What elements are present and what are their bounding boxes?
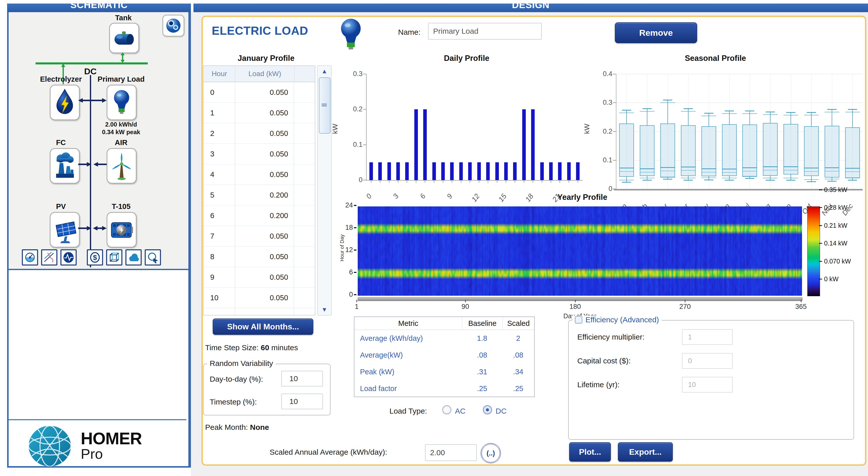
daily-bar [432,162,436,180]
air-component[interactable] [106,148,136,183]
timestep-input[interactable] [281,394,323,409]
load-cell[interactable]: 0.050 [235,144,294,164]
seasonal-cap-high [766,111,775,112]
toolbar-cloud-button[interactable] [125,249,142,266]
seasonal-box [804,126,819,176]
load-cell[interactable]: 0.050 [235,308,294,315]
seasonal-median [722,169,737,169]
peak-month: Peak Month: None [205,423,269,432]
scaled-average-ellipsis-button[interactable]: (..) [481,443,501,463]
efficiency-checkbox[interactable] [575,316,582,324]
pulse-icon [63,251,74,263]
electrolyzer-component[interactable] [50,85,80,120]
seasonal-mean-marker [845,171,860,172]
seasonal-y-tick: 0.4 [588,70,612,78]
capital-cost-input[interactable] [682,353,733,369]
daily-y-tick: 0.2 [339,105,363,113]
daily-bar [495,162,499,180]
load-cell[interactable]: 0.050 [235,267,294,287]
daily-bar [459,162,463,180]
seasonal-marker-high [783,115,798,115]
load-cell[interactable]: 0.050 [235,226,294,246]
load-cell[interactable]: 0.050 [235,287,294,308]
scaled-annual-average-input[interactable] [425,444,477,461]
name-input[interactable] [428,23,542,40]
tank-component[interactable] [109,23,139,53]
bulb-icon-small [112,89,131,116]
scaled-annual-average-label: Scaled Annual Average (kWh/day): [270,448,387,456]
load-cell[interactable]: 0.050 [235,82,294,102]
january-table-scrollbar[interactable]: ▲ ▼ [317,65,332,315]
fuel-cell-icon [53,152,76,180]
load-cell[interactable]: 0.050 [235,123,294,143]
schematic-options-button[interactable] [162,15,184,36]
scrollbar-thumb[interactable] [319,77,331,134]
dc-radio[interactable] [483,405,492,414]
load-cell[interactable]: 0.050 [235,103,294,123]
load-cell[interactable]: 0.050 [235,164,294,184]
peak-month-value: None [250,423,269,431]
seasonal-cap-low [704,179,713,180]
tank-bus-arrow [118,52,127,63]
daily-bar [567,162,571,180]
yearly-y-tick: 12 [338,246,353,254]
scroll-down-arrow[interactable]: ▼ [318,305,331,315]
fc-component[interactable] [50,148,80,183]
heatmap-colorbar [807,206,820,296]
dc-bus-line [90,75,91,267]
toolbar-resources-button[interactable] [41,249,57,266]
logo-subtitle: Pro [81,446,142,462]
colorbar-label: 0 kW [824,275,839,283]
seasonal-cap-high [827,109,837,110]
dc-radio-label[interactable]: DC [496,407,506,415]
seasonal-marker-high [763,114,778,115]
seasonal-box [619,124,634,177]
electrolyzer-load-arrow [78,97,106,103]
battery-label: T-105 [92,202,150,211]
battery-component[interactable] [106,212,136,247]
schematic-canvas[interactable]: Tank DC Electrolyzer Primary [9,12,188,269]
plot-button[interactable]: Plot... [569,442,611,462]
ac-radio-label[interactable]: AC [455,407,466,415]
load-cell[interactable]: 0.200 [235,205,294,226]
toolbar-cube-button[interactable] [106,249,122,266]
toolbar-economics-button[interactable]: $ [87,249,103,266]
table-row: 00.050 [204,82,315,103]
seasonal-cap-high [725,110,734,111]
day-to-day-input[interactable] [281,371,323,386]
seasonal-cap-high [807,112,816,113]
lifetime-input[interactable] [682,377,733,393]
schematic-title: SCHEMATIC [7,4,191,10]
load-cell[interactable]: 0.200 [235,185,294,205]
toolbar-gauge-button[interactable] [22,249,38,266]
air-label: AIR [92,138,150,147]
load-cell[interactable]: 0.050 [235,246,294,267]
remove-button[interactable]: Remove [615,22,697,43]
efficiency-multiplier-input[interactable] [682,329,733,345]
scroll-up-arrow[interactable]: ▲ [318,66,331,76]
seasonal-median [619,168,634,168]
cube-icon [108,251,120,263]
seasonal-cap-low [766,180,775,180]
seasonal-marker-low [722,178,737,178]
toolbar-search-button[interactable] [145,249,161,266]
seasonal-cap-high [643,108,652,109]
table-row: 50.200 [204,185,315,205]
toolbar-pulse-button[interactable] [60,249,77,266]
timestep-label: Timestep (%): [210,398,257,406]
export-button[interactable]: Export... [618,442,673,462]
seasonal-marker-low [681,178,695,178]
daily-bar [522,109,526,180]
homer-globe-icon [25,426,74,466]
yearly-heatmap [358,206,802,296]
seasonal-cap-low [643,180,652,180]
seasonal-marker-high [825,112,839,112]
show-all-months-button[interactable]: Show All Months... [213,318,313,335]
design-header-bar: DESIGN [193,4,868,12]
pv-battery-bus-arrows [78,225,106,231]
load-column-header: Load (kW) [235,66,294,82]
ac-radio[interactable] [442,405,452,414]
page-title: ELECTRIC LOAD [212,24,308,37]
pv-component[interactable] [50,212,80,247]
primary-load-component[interactable] [106,85,136,120]
